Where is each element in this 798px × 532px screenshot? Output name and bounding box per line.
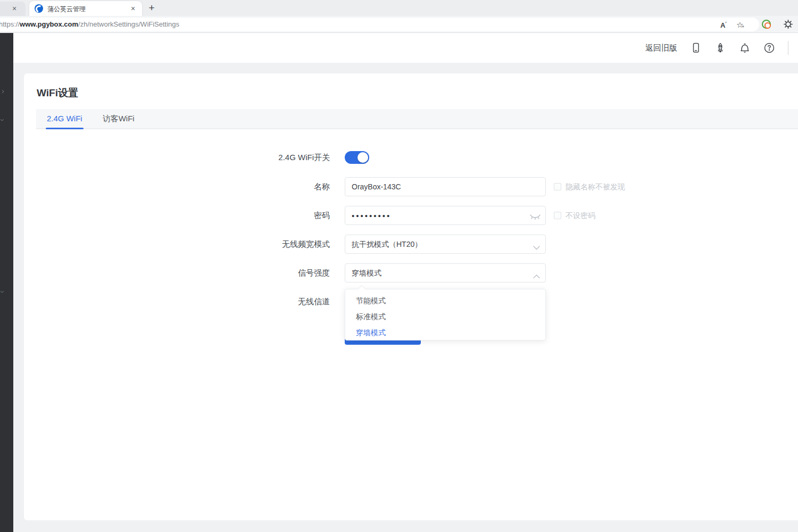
tab-2-4g-wifi[interactable]: 2.4G WiFi xyxy=(47,109,82,128)
eye-invisible-icon[interactable] xyxy=(529,213,541,222)
option-standard-mode[interactable]: 标准模式 xyxy=(345,309,545,325)
header-divider xyxy=(788,41,788,55)
help-icon[interactable] xyxy=(763,42,775,54)
address-input[interactable]: https://www.pgybox.com/zh/networkSetting… xyxy=(0,18,759,31)
no-password-label: 不设密码 xyxy=(566,206,595,225)
ssid-name-input[interactable] xyxy=(345,177,546,196)
chevron-up-icon xyxy=(533,271,540,281)
option-wall-penetration-mode[interactable]: 穿墙模式 xyxy=(345,325,545,340)
mobile-app-icon[interactable] xyxy=(690,42,702,54)
wifi-toggle[interactable] xyxy=(345,151,369,164)
close-tab-icon[interactable]: × xyxy=(128,4,138,13)
new-tab-button[interactable]: + xyxy=(146,2,157,14)
wifi-switch-label: 2.4G WiFi开关 xyxy=(197,151,330,164)
password-label: 密码 xyxy=(197,206,330,225)
browser-tab-bar: × 蒲公英云管理 × + xyxy=(0,0,798,16)
rocket-icon[interactable] xyxy=(714,42,726,54)
wifi-tabs: 2.4G WiFi 访客WiFi xyxy=(36,109,798,129)
browser-address-bar: https://www.pgybox.com/zh/networkSetting… xyxy=(0,16,798,33)
chevron-right-icon: › xyxy=(2,86,4,95)
chevron-down-icon: › xyxy=(0,290,7,293)
tab-guest-wifi[interactable]: 访客WiFi xyxy=(103,109,135,128)
browser-tab-partial[interactable]: × xyxy=(0,2,26,16)
bandwidth-mode-label: 无线频宽模式 xyxy=(197,235,330,254)
signal-strength-dropdown: 节能模式 标准模式 穿墙模式 xyxy=(345,289,546,340)
bandwidth-mode-select[interactable]: 抗干扰模式（HT20） xyxy=(345,235,546,254)
browser-tab-active[interactable]: 蒲公英云管理 × xyxy=(29,1,142,16)
favorite-star-icon[interactable]: ☆+ xyxy=(736,20,743,30)
signal-strength-label: 信号强度 xyxy=(197,263,330,282)
option-power-saving-mode[interactable]: 节能模式 xyxy=(345,293,545,309)
hide-ssid-label: 隐藏名称不被发现 xyxy=(566,177,625,196)
hide-ssid-checkbox[interactable] xyxy=(554,183,561,190)
name-label: 名称 xyxy=(197,177,330,196)
browser-settings-icon[interactable] xyxy=(783,19,793,31)
browser-tab-title: 蒲公英云管理 xyxy=(47,5,86,14)
dropdown-notch xyxy=(358,285,365,293)
wireless-channel-label: 无线信道 xyxy=(197,292,330,311)
no-password-checkbox[interactable] xyxy=(554,212,561,219)
password-input[interactable] xyxy=(345,206,546,225)
star-plus-badge: + xyxy=(742,24,744,29)
close-tab-icon[interactable]: × xyxy=(10,4,19,13)
toggle-knob xyxy=(358,152,368,163)
back-to-old-version-link[interactable]: 返回旧版 xyxy=(645,43,677,53)
url-text: https://www.pgybox.com/zh/networkSetting… xyxy=(0,20,179,28)
url-host: www.pgybox.com xyxy=(20,20,78,28)
wifi-settings-card: WiFi设置 2.4G WiFi 访客WiFi 2.4G WiFi开关 名称 隐… xyxy=(24,73,798,520)
signal-strength-select[interactable]: 穿墙模式 xyxy=(345,263,546,282)
collapsed-sidebar[interactable]: › › › xyxy=(0,33,13,532)
extension-icon[interactable] xyxy=(762,20,771,29)
chevron-down-icon: › xyxy=(0,119,7,121)
notification-bell-icon[interactable] xyxy=(739,42,751,54)
page-title: WiFi设置 xyxy=(37,86,78,100)
read-aloud-icon[interactable]: Aʼʼ xyxy=(720,21,725,29)
app-header: 返回旧版 xyxy=(13,33,798,63)
site-favicon xyxy=(35,4,43,13)
chevron-down-icon xyxy=(533,243,540,252)
